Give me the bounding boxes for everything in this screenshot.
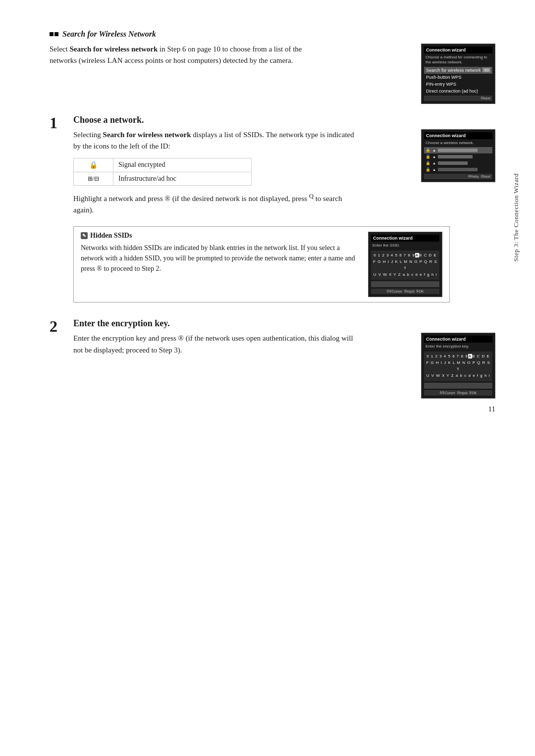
icon-infra: ⊞/⊟ xyxy=(74,172,113,185)
cam-menu-direct: Direct connection (ad hoc) xyxy=(424,88,492,95)
highlight-paragraph: Highlight a network and press ® (if the … xyxy=(73,192,356,215)
network-item-4: 🔒▲ xyxy=(424,166,492,173)
menu-screenshot: Connection wizard Choose a method for co… xyxy=(421,44,495,104)
sd-badge: SD xyxy=(482,68,490,72)
icon-infra-desc: Infrastructure/ad hoc xyxy=(113,172,252,185)
ssid-keyboard-screenshot: Connection wizard Enter the SSID. 0 1 2 … xyxy=(368,232,442,297)
step-1-row: 1 Choose a network. Selecting Search for… xyxy=(50,115,495,309)
decorative-squares xyxy=(50,32,58,36)
table-row: ⊞/⊟ Infrastructure/ad hoc xyxy=(74,172,252,186)
step-2-number: 2 xyxy=(50,318,64,334)
step1-para1: Selecting Search for wireless network di… xyxy=(73,129,356,152)
network-item-1: 🔒▲ xyxy=(424,147,492,153)
cam-menu-wps-pin: PIN-entry WPS xyxy=(424,81,492,88)
note-heading: ✎ Hidden SSIDs xyxy=(81,232,360,240)
encryption-keyboard-screenshot: Connection wizard Enter the encryption k… xyxy=(421,333,495,398)
kbd-input-ssid xyxy=(371,281,439,287)
note-text: Networks with hidden SSIDs are indicated… xyxy=(81,243,360,274)
step-2-title: Enter the encryption key. xyxy=(73,318,495,329)
section-title: Search for Wireless Network xyxy=(62,30,156,39)
cam-title-1: Connection wizard xyxy=(424,47,492,53)
icon-lock: 🔒 xyxy=(74,158,113,172)
kbd-keys-ssid: 0 1 2 3 4 5 6 7 8 9AB C D E F G H I J K … xyxy=(371,251,439,280)
step-1-number: 1 xyxy=(50,115,64,131)
cam-title-2: Connection wizard xyxy=(424,132,492,139)
icon-lock-desc: Signal encrypted xyxy=(113,158,252,172)
network-list-screenshot: Connection wizard Choose a wireless netw… xyxy=(421,129,495,182)
kbd-title-enc: Connection wizard xyxy=(424,336,492,343)
side-label: Step 3: The Connection Wizard xyxy=(512,173,520,261)
cam-menu-wps-push: Push-button WPS xyxy=(424,74,492,81)
note-box-hidden-ssids: ✎ Hidden SSIDs Networks with hidden SSID… xyxy=(73,226,450,302)
kbd-title-ssid: Connection wizard xyxy=(371,235,439,242)
cam-menu-search: Search for wireless network SD xyxy=(424,67,492,74)
step-2-row: 2 Enter the encryption key. Enter the en… xyxy=(50,318,495,398)
icon-table: 🔒 Signal encrypted ⊞/⊟ Infrastructure/ad… xyxy=(73,158,252,186)
cam-footer-2: ®Retry ®Next xyxy=(424,174,492,179)
kbd-footer-ssid: ®®Cursor ®Input ®OK xyxy=(371,289,439,294)
kbd-keys-enc: 0 1 2 3 4 5 6 7 8 9AB C D E F G H I J K … xyxy=(424,352,492,381)
cam-subtitle-2: Choose a wireless network. xyxy=(424,141,492,147)
kbd-subtitle-enc: Enter the encryption key. xyxy=(424,344,492,350)
kbd-input-enc xyxy=(424,383,492,389)
cam-subtitle-1: Choose a method for connecting to the wi… xyxy=(424,55,492,67)
step-1-title: Choose a network. xyxy=(73,115,495,125)
cam-footer-1: ®Next xyxy=(424,96,492,101)
note-icon: ✎ xyxy=(81,232,88,239)
table-row: 🔒 Signal encrypted xyxy=(74,158,252,172)
network-item-2: 🔒▲ xyxy=(424,153,492,160)
step2-para: Enter the encryption key and press ® (if… xyxy=(73,333,356,356)
kbd-footer-enc: ®®Cursor ®Input ®OK xyxy=(424,390,492,396)
kbd-subtitle-ssid: Enter the SSID. xyxy=(371,243,439,249)
page-number: 11 xyxy=(488,405,495,413)
intro-paragraph: Select Search for wireless network in St… xyxy=(50,44,327,66)
network-item-3: 🔒▲ xyxy=(424,160,492,166)
note-title: Hidden SSIDs xyxy=(90,232,132,240)
section-heading: Search for Wireless Network xyxy=(50,30,495,39)
